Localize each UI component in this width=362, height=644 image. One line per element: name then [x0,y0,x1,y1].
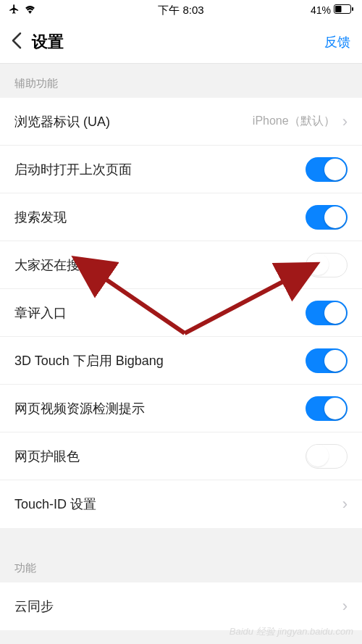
row-label: 搜索发现 [14,209,67,226]
toggle-others-searching[interactable] [306,253,348,277]
row-value: iPhone（默认） [253,114,335,129]
toggle-3d-touch-bigbang[interactable] [306,348,348,373]
feedback-link[interactable]: 反馈 [324,33,350,51]
battery-text: 41% [311,4,331,16]
settings-list-features: 云同步 › [0,582,362,630]
section-header-accessibility: 辅助功能 [0,64,362,98]
row-touch-id[interactable]: Touch-ID 设置 › [0,480,362,528]
toggle-review-entry[interactable] [306,301,348,325]
chevron-right-icon: › [342,496,348,512]
row-label: 章评入口 [14,304,67,322]
row-review-entry: 章评入口 [0,289,362,337]
airplane-icon [9,4,20,17]
row-label: 浏览器标识 (UA) [14,113,110,130]
toggle-video-detect[interactable] [306,396,348,421]
chevron-right-icon: › [342,114,348,130]
section-spacer [0,528,362,556]
battery-icon [334,4,353,16]
wifi-icon [24,4,36,16]
section-header-features: 功能 [0,556,362,582]
row-browser-ua[interactable]: 浏览器标识 (UA) iPhone（默认） › [0,98,362,146]
row-eye-protect-color: 网页护眼色 [0,432,362,480]
back-button[interactable] [12,32,22,52]
toggle-restore-last-page[interactable] [306,157,348,182]
row-label: 网页视频资源检测提示 [14,400,145,417]
row-video-detect: 网页视频资源检测提示 [0,385,362,432]
chevron-right-icon: › [342,598,348,614]
nav-bar: 设置 反馈 [0,20,362,64]
row-label: 大家还在搜 [14,256,80,274]
svg-rect-1 [335,6,342,12]
row-label: 启动时打开上次页面 [14,161,132,178]
row-search-discover: 搜索发现 [0,193,362,241]
row-others-searching: 大家还在搜 [0,241,362,289]
row-label: Touch-ID 设置 [14,495,96,513]
row-3d-touch-bigbang: 3D Touch 下启用 Bigbang [0,337,362,385]
status-left [9,4,36,17]
row-cloud-sync[interactable]: 云同步 › [0,582,362,630]
row-label: 云同步 [14,598,54,615]
svg-rect-2 [352,7,353,11]
status-time: 下午 8:03 [158,4,203,17]
row-label: 3D Touch 下启用 Bigbang [14,352,164,369]
toggle-search-discover[interactable] [306,205,348,230]
page-title: 设置 [32,31,64,53]
watermark: Baidu 经验 jingyan.baidu.com [230,625,353,638]
row-restore-last-page: 启动时打开上次页面 [0,146,362,193]
row-label: 网页护眼色 [14,448,80,465]
toggle-eye-protect-color[interactable] [306,444,348,469]
status-right: 41% [311,4,353,16]
settings-list-accessibility: 浏览器标识 (UA) iPhone（默认） › 启动时打开上次页面 搜索发现 大… [0,98,362,528]
status-bar: 下午 8:03 41% [0,0,362,20]
